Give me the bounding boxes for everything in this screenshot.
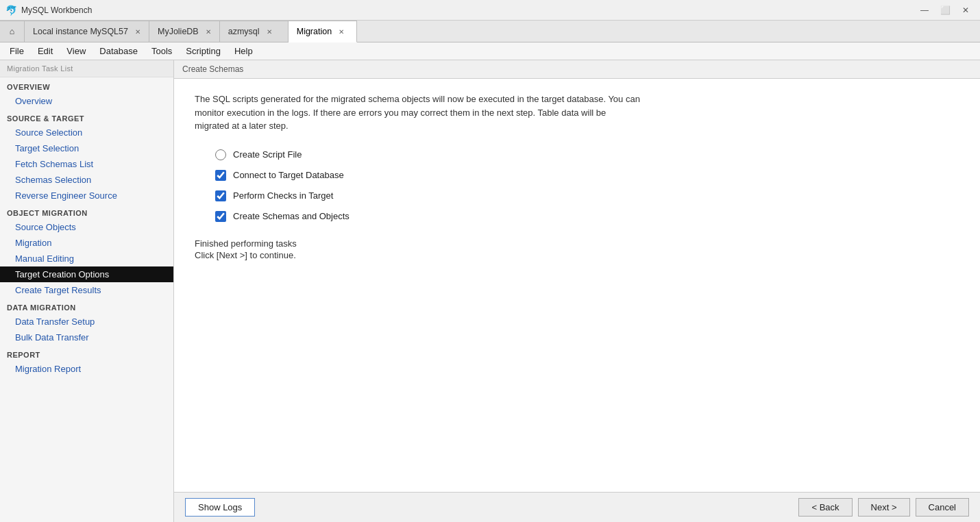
tab-local-instance[interactable]: Local instance MySQL57 ✕ xyxy=(25,21,149,42)
option-perform-checks: Perform Checks in Target xyxy=(215,190,959,201)
sidebar-item-schemas-selection[interactable]: Schemas Selection xyxy=(0,172,173,188)
create-script-file-label: Create Script File xyxy=(233,149,302,160)
menu-file[interactable]: File xyxy=(3,45,31,58)
sidebar-item-source-selection[interactable]: Source Selection xyxy=(0,125,173,140)
titlebar: 🐬 MySQL Workbench — ⬜ ✕ xyxy=(0,0,980,21)
close-button[interactable]: ✕ xyxy=(957,3,975,17)
menu-help[interactable]: Help xyxy=(228,45,260,58)
status-box: Finished performing tasks Click [Next >]… xyxy=(195,238,959,260)
tab-home[interactable]: ⌂ xyxy=(0,21,25,42)
sidebar-item-target-selection[interactable]: Target Selection xyxy=(0,140,173,156)
back-button[interactable]: < Back xyxy=(798,498,852,517)
tab-migration-label: Migration xyxy=(297,27,332,36)
tab-myjolie-close[interactable]: ✕ xyxy=(206,28,211,36)
tab-local-close[interactable]: ✕ xyxy=(135,28,140,36)
option-create-schemas: Create Schemas and Objects xyxy=(215,211,959,222)
tab-myjolie-label: MyJolieDB xyxy=(158,27,199,36)
sidebar-section-data-migration: DATA MIGRATION xyxy=(0,298,173,314)
main-layout: Migration Task List OVERVIEW Overview SO… xyxy=(0,60,980,522)
status-line-1: Finished performing tasks xyxy=(195,238,959,249)
sidebar-item-source-objects[interactable]: Source Objects xyxy=(0,219,173,235)
sidebar: Migration Task List OVERVIEW Overview SO… xyxy=(0,60,174,522)
footer-right: < Back Next > Cancel xyxy=(798,498,969,517)
tab-azmysql-label: azmysql xyxy=(228,27,260,36)
perform-checks-label: Perform Checks in Target xyxy=(233,190,333,201)
create-schemas-checkbox[interactable] xyxy=(215,211,226,222)
sidebar-item-fetch-schemas[interactable]: Fetch Schemas List xyxy=(0,156,173,172)
tab-migration[interactable]: Migration ✕ xyxy=(289,21,357,42)
menubar: File Edit View Database Tools Scripting … xyxy=(0,42,980,60)
app-title: MySQL Workbench xyxy=(21,5,911,15)
content-area: Create Schemas The SQL scripts generated… xyxy=(174,60,980,522)
description-text: The SQL scripts generated for the migrat… xyxy=(195,92,640,133)
content-header: Create Schemas xyxy=(174,60,980,79)
connect-target-label: Connect to Target Database xyxy=(233,170,344,180)
restore-button[interactable]: ⬜ xyxy=(936,3,954,17)
tab-migration-close[interactable]: ✕ xyxy=(339,28,344,36)
sidebar-item-migration-report[interactable]: Migration Report xyxy=(0,361,173,377)
tab-myjolie[interactable]: MyJolieDB ✕ xyxy=(149,21,220,42)
app-icon: 🐬 xyxy=(5,5,17,16)
sidebar-item-overview[interactable]: Overview xyxy=(0,93,173,109)
option-create-script-file: Create Script File xyxy=(215,149,959,160)
connect-target-checkbox[interactable] xyxy=(215,170,226,181)
menu-edit[interactable]: Edit xyxy=(31,45,60,58)
show-logs-button[interactable]: Show Logs xyxy=(185,498,255,517)
sidebar-item-bulk-data-transfer[interactable]: Bulk Data Transfer xyxy=(0,330,173,345)
menu-database[interactable]: Database xyxy=(93,45,145,58)
sidebar-item-migration[interactable]: Migration xyxy=(0,235,173,251)
footer-left: Show Logs xyxy=(185,498,255,517)
window-controls: — ⬜ ✕ xyxy=(916,3,975,17)
footer: Show Logs < Back Next > Cancel xyxy=(174,492,980,522)
sidebar-item-manual-editing[interactable]: Manual Editing xyxy=(0,251,173,266)
option-connect-target: Connect to Target Database xyxy=(215,170,959,181)
sidebar-section-object-migration: OBJECT MIGRATION xyxy=(0,203,173,219)
home-icon: ⌂ xyxy=(10,27,15,36)
perform-checks-checkbox[interactable] xyxy=(215,190,226,201)
tabbar: ⌂ Local instance MySQL57 ✕ MyJolieDB ✕ a… xyxy=(0,21,980,42)
sidebar-section-overview: OVERVIEW xyxy=(0,77,173,93)
next-button[interactable]: Next > xyxy=(858,498,910,517)
tab-azmysql-close[interactable]: ✕ xyxy=(267,28,272,36)
menu-view[interactable]: View xyxy=(60,45,93,58)
content-body: The SQL scripts generated for the migrat… xyxy=(174,79,980,492)
sidebar-item-target-creation-options[interactable]: Target Creation Options xyxy=(0,266,173,282)
menu-tools[interactable]: Tools xyxy=(145,45,179,58)
sidebar-section-report: REPORT xyxy=(0,345,173,361)
tab-azmysql[interactable]: azmysql ✕ xyxy=(220,21,289,42)
minimize-button[interactable]: — xyxy=(916,3,933,17)
sidebar-item-data-transfer-setup[interactable]: Data Transfer Setup xyxy=(0,314,173,330)
options-list: Create Script File Connect to Target Dat… xyxy=(215,149,959,222)
sidebar-item-create-target-results[interactable]: Create Target Results xyxy=(0,282,173,298)
menu-scripting[interactable]: Scripting xyxy=(179,45,228,58)
sidebar-item-reverse-engineer[interactable]: Reverse Engineer Source xyxy=(0,188,173,203)
cancel-button[interactable]: Cancel xyxy=(916,498,969,517)
create-schemas-label: Create Schemas and Objects xyxy=(233,211,350,221)
tab-local-label: Local instance MySQL57 xyxy=(33,27,128,36)
status-line-2: Click [Next >] to continue. xyxy=(195,250,959,260)
sidebar-section-source-target: SOURCE & TARGET xyxy=(0,109,173,125)
sidebar-header: Migration Task List xyxy=(0,60,173,77)
create-script-file-radio[interactable] xyxy=(215,149,226,160)
